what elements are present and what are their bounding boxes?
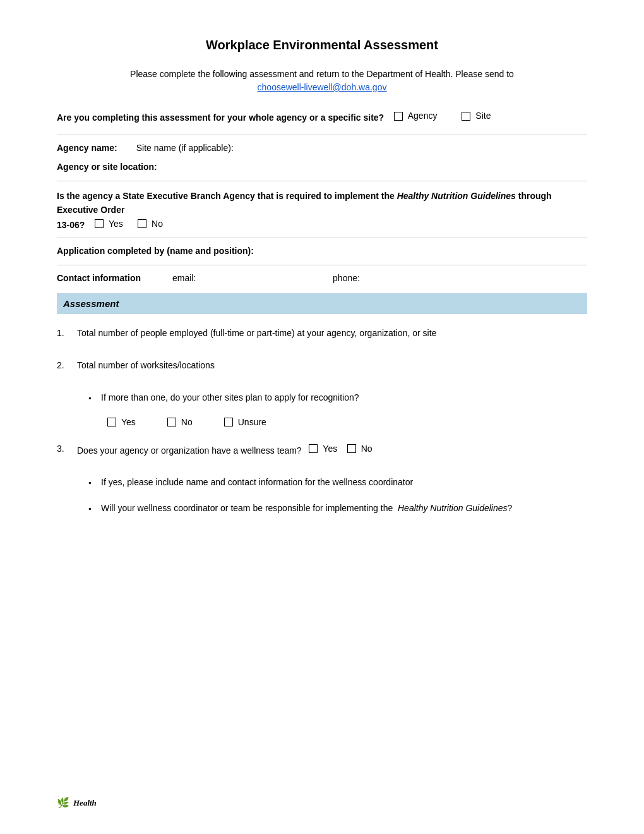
agency-site-question: Are you completing this assessment for y… <box>57 109 587 124</box>
unsure-checkbox-q2[interactable] <box>224 418 233 426</box>
hng-no-option: No <box>138 217 163 231</box>
unsure-option-q2: Unsure <box>224 417 266 427</box>
location-label: Agency or site location: <box>57 162 157 172</box>
q3-no-option: No <box>347 442 373 456</box>
bullet-symbol-2: ▪ <box>88 477 95 489</box>
bullet-1: ▪ If more than one, do your other sites … <box>88 391 587 404</box>
q1-num: 1. <box>57 327 69 340</box>
intro-section: Please complete the following assessment… <box>57 68 587 94</box>
bullet-1-text: If more than one, do your other sites pl… <box>101 391 587 404</box>
bullet-3-text: Will your wellness coordinator or team b… <box>101 502 587 515</box>
q3-no-checkbox[interactable] <box>347 444 356 453</box>
email-link[interactable]: choosewell-livewell@doh.wa.gov <box>258 82 387 92</box>
yes-option-q2: Yes <box>107 417 136 427</box>
contact-label: Contact information <box>57 273 141 283</box>
bullet-symbol-1: ▪ <box>88 392 95 404</box>
question-3: 3. Does your agency or organization have… <box>57 442 587 457</box>
yes-no-unsure-row: Yes No Unsure <box>107 417 587 427</box>
agency-name-row: Agency name: Site name (if applicable): <box>57 143 587 153</box>
footer-logo: 🌿 Health <box>57 797 97 809</box>
q3-yes-checkbox[interactable] <box>309 444 318 453</box>
bullet-3: ▪ Will your wellness coordinator or team… <box>88 502 587 515</box>
question-1: 1. Total number of people employed (full… <box>57 327 587 340</box>
divider-4 <box>57 265 587 265</box>
hng-question: Is the agency a State Executive Branch A… <box>57 189 587 233</box>
agency-name-label: Agency name: <box>57 143 117 153</box>
bullet-2: ▪ If yes, please include name and contac… <box>88 476 587 489</box>
app-completed-label: Application completed by (name and posit… <box>57 246 587 256</box>
yes-checkbox-q2[interactable] <box>107 418 116 426</box>
hng-yes-option: Yes <box>95 217 123 231</box>
site-name-label: Site name (if applicable): <box>136 143 234 153</box>
contact-row: Contact information email: phone: <box>57 273 587 288</box>
location-row: Agency or site location: <box>57 162 587 172</box>
page-title: Workplace Environmental Assessment <box>57 38 587 52</box>
q2-text: Total number of worksites/locations <box>77 359 587 372</box>
q3-text: Does your agency or organization have a … <box>77 442 587 457</box>
no-option-q2: No <box>167 417 193 427</box>
q3-num: 3. <box>57 442 69 457</box>
divider-1 <box>57 135 587 135</box>
q1-text: Total number of people employed (full-ti… <box>77 327 587 340</box>
agency-checkbox-option: Agency <box>394 109 438 123</box>
intro-text: Please complete the following assessment… <box>130 69 514 79</box>
no-checkbox-q2[interactable] <box>167 418 176 426</box>
bullet-symbol-3: ▪ <box>88 503 95 515</box>
bullet-2-text: If yes, please include name and contact … <box>101 476 587 489</box>
site-checkbox-option: Site <box>462 109 491 123</box>
logo-text: Health <box>73 798 97 808</box>
hng-yes-checkbox[interactable] <box>95 219 104 228</box>
divider-3 <box>57 238 587 238</box>
site-checkbox[interactable] <box>462 112 470 121</box>
agency-checkbox[interactable] <box>394 112 403 121</box>
assessment-header: Assessment <box>57 293 587 314</box>
phone-field-label: phone: <box>333 273 360 283</box>
email-field-label: email: <box>172 273 196 283</box>
question-2: 2. Total number of worksites/locations <box>57 359 587 372</box>
divider-2 <box>57 181 587 181</box>
hng-no-checkbox[interactable] <box>138 219 146 228</box>
q3-yes-option: Yes <box>309 442 337 456</box>
page: Workplace Environmental Assessment Pleas… <box>0 0 644 834</box>
q2-num: 2. <box>57 359 69 372</box>
logo-leaf-icon: 🌿 <box>57 797 69 809</box>
assessment-header-text: Assessment <box>63 298 119 309</box>
